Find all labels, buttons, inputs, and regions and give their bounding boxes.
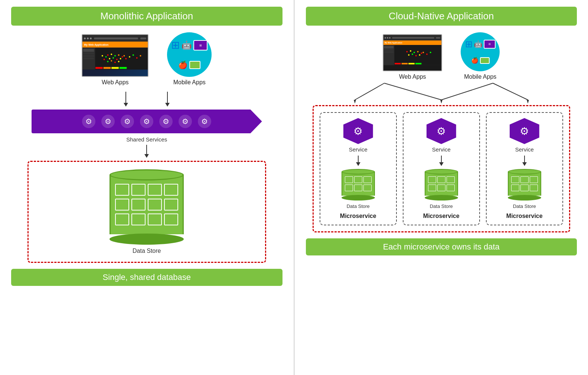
db-small-cell-3 bbox=[530, 176, 538, 183]
arrow-head bbox=[144, 154, 149, 158]
db-cell-5 bbox=[115, 199, 129, 211]
gear-4: ⚙ bbox=[140, 115, 153, 128]
arrow-head bbox=[522, 162, 527, 166]
monolithic-db-container: Data Store bbox=[27, 161, 266, 263]
db-small-bottom-1 bbox=[342, 195, 375, 200]
svg-line-58 bbox=[493, 83, 528, 100]
db-grid-row-1 bbox=[115, 184, 178, 196]
monolithic-title: Monolithic Application bbox=[11, 7, 282, 26]
microservice-2-db bbox=[425, 169, 458, 200]
microservice-2-data-label: Data Store bbox=[430, 203, 453, 209]
db-small-cell-3 bbox=[447, 176, 455, 183]
db-small-cell-2 bbox=[354, 176, 362, 183]
svg-point-6 bbox=[107, 54, 109, 56]
cloud-mobile-app-item: ⊞ 🤖 ⊞ 🍎 Mobile Apps bbox=[461, 32, 500, 80]
svg-line-55 bbox=[384, 83, 441, 100]
db-cell-7 bbox=[148, 199, 162, 211]
db-small-cell-2 bbox=[437, 176, 445, 183]
cloud-footer: Each microservice owns its data bbox=[306, 238, 577, 255]
svg-point-38 bbox=[410, 50, 411, 52]
svg-point-15 bbox=[105, 56, 107, 58]
svg-point-39 bbox=[414, 52, 415, 53]
microservice-1-data-label: Data Store bbox=[347, 203, 370, 209]
web-app-screenshot: My Web Application bbox=[82, 34, 148, 77]
cloud-map-svg bbox=[383, 45, 441, 65]
svg-point-42 bbox=[408, 54, 410, 56]
db-small-cell-1 bbox=[511, 176, 519, 183]
gear-3: ⚙ bbox=[121, 115, 134, 128]
web-apps-label: Web Apps bbox=[102, 79, 129, 86]
mobile-circle: ⊞ 🤖 ⊞ 🍎 bbox=[167, 32, 212, 77]
microservice-3-data-label: Data Store bbox=[513, 203, 536, 209]
db-small-row-1 bbox=[345, 176, 372, 183]
microservice-3-service-label: Service bbox=[515, 146, 534, 153]
svg-point-20 bbox=[136, 57, 138, 59]
arrow-line bbox=[524, 156, 525, 162]
microservice-1-service-label: Service bbox=[349, 146, 368, 153]
svg-point-41 bbox=[421, 52, 422, 54]
svg-point-17 bbox=[125, 58, 127, 59]
svg-point-12 bbox=[112, 57, 114, 59]
db-cell-6 bbox=[131, 199, 146, 211]
cloud-apps-row: My Web Application bbox=[383, 32, 500, 80]
db-small-row-2 bbox=[345, 185, 372, 191]
microservice-1-arrow bbox=[356, 156, 360, 166]
cloud-map-area bbox=[383, 45, 441, 65]
microservice-1-label: Microservice bbox=[340, 213, 376, 219]
microservice-3-gear-icon: ⚙ bbox=[520, 125, 529, 137]
microservice-1-db bbox=[342, 169, 375, 200]
db-small-cell-5 bbox=[520, 185, 529, 191]
cloud-dot-2 bbox=[387, 37, 388, 39]
microservice-3-arrow bbox=[522, 156, 527, 166]
db-small-top-3 bbox=[508, 169, 541, 175]
db-cell-9 bbox=[115, 213, 129, 225]
apple-icon: 🍎 bbox=[178, 61, 187, 69]
web-app-item: My Web Application bbox=[82, 34, 148, 86]
mobile-app-item: ⊞ 🤖 ⊞ 🍎 Mobile Apps bbox=[167, 32, 212, 86]
arrow-mobile-to-services bbox=[165, 92, 170, 107]
db-grid-row-2 bbox=[115, 199, 178, 211]
app-title-bar: My Web Application bbox=[82, 42, 148, 48]
svg-line-53 bbox=[355, 83, 384, 100]
android-icon: 🤖 bbox=[182, 41, 192, 49]
db-top bbox=[110, 169, 184, 180]
svg-point-13 bbox=[116, 59, 118, 60]
svg-rect-34 bbox=[384, 46, 393, 49]
svg-point-44 bbox=[415, 55, 417, 56]
microservice-3-label: Microservice bbox=[506, 213, 543, 219]
arrows-to-services bbox=[32, 90, 262, 108]
db-small-cell-2 bbox=[520, 176, 529, 183]
cloud-tablet-green bbox=[480, 57, 490, 64]
svg-point-48 bbox=[430, 52, 431, 53]
cloud-mobile-apps-label: Mobile Apps bbox=[464, 74, 496, 80]
db-small-bottom-2 bbox=[425, 195, 458, 200]
svg-point-43 bbox=[412, 53, 413, 55]
gear-2: ⚙ bbox=[101, 115, 115, 128]
db-small-cell-4 bbox=[345, 185, 353, 191]
svg-rect-3 bbox=[83, 52, 94, 54]
svg-rect-50 bbox=[402, 63, 408, 64]
multi-arrow-container bbox=[313, 83, 570, 104]
db-body bbox=[110, 175, 184, 234]
db-grid-row-3 bbox=[115, 213, 178, 225]
microservice-1-gear-icon: ⚙ bbox=[353, 125, 363, 137]
cloud-web-apps-label: Web Apps bbox=[399, 74, 426, 80]
db-small-cell-5 bbox=[437, 185, 445, 191]
db-small-cell-6 bbox=[363, 185, 372, 191]
cloud-native-title: Cloud-Native Application bbox=[306, 7, 577, 26]
svg-point-46 bbox=[423, 52, 424, 53]
svg-point-27 bbox=[118, 61, 120, 62]
browser-dot-2 bbox=[87, 38, 89, 39]
arrow-line bbox=[441, 156, 442, 162]
arrows-svg bbox=[313, 83, 570, 104]
svg-rect-51 bbox=[409, 63, 415, 64]
db-small-row-1 bbox=[511, 176, 538, 183]
svg-point-24 bbox=[107, 61, 109, 62]
db-small-cell-1 bbox=[428, 176, 436, 183]
cloud-dot-3 bbox=[389, 37, 391, 39]
svg-point-9 bbox=[118, 54, 120, 56]
cloud-browser-bar bbox=[383, 35, 441, 40]
arrow-head bbox=[165, 103, 170, 107]
app-title-text: My Web Application bbox=[84, 43, 108, 46]
browser-dot-1 bbox=[84, 38, 86, 39]
